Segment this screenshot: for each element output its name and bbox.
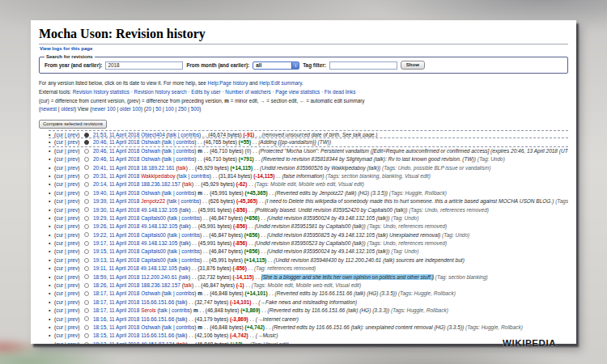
view-logs-link[interactable]: View logs for this page bbox=[40, 46, 568, 51]
user-link[interactable]: 49.148.132.105 bbox=[141, 223, 177, 229]
cur-link[interactable]: cur bbox=[56, 316, 63, 322]
text-link[interactable]: Revision history statistics bbox=[73, 89, 129, 95]
prev-link[interactable]: prev bbox=[68, 324, 79, 330]
user-link[interactable]: Oshwah bbox=[141, 156, 160, 162]
user-talk-contribs-links[interactable]: talk | contribs bbox=[163, 156, 194, 162]
compare-selected-revisions-button[interactable]: Compare selected revisions bbox=[39, 120, 107, 129]
revision-select-radio[interactable] bbox=[84, 316, 89, 321]
revision-select-radio[interactable] bbox=[84, 140, 89, 145]
user-link[interactable]: Capitals00 bbox=[141, 248, 166, 254]
cur-link[interactable]: cur bbox=[56, 181, 63, 187]
cur-link[interactable]: cur bbox=[56, 139, 63, 145]
cur-link[interactable]: cur bbox=[56, 173, 63, 179]
user-link[interactable]: Jenpotz22 bbox=[141, 198, 165, 204]
revision-date-link[interactable]: 20:31, 11 April 2018 bbox=[93, 173, 139, 179]
revision-date-link[interactable]: 18:59, 11 April 2018 bbox=[93, 274, 139, 280]
user-talk-contribs-links[interactable]: talk | contribs bbox=[168, 198, 199, 204]
revision-date-link[interactable]: 19:13, 11 April 2018 bbox=[93, 257, 139, 263]
revision-date-link[interactable]: 19:22, 11 April 2018 bbox=[93, 232, 139, 238]
prev-link[interactable]: prev bbox=[68, 307, 79, 313]
cur-link[interactable]: cur bbox=[56, 165, 63, 171]
revision-date-link[interactable]: 19:29, 11 April 2018 bbox=[93, 215, 139, 221]
cur-link[interactable]: cur bbox=[56, 207, 63, 213]
year-input[interactable] bbox=[105, 61, 183, 70]
prev-link[interactable]: prev bbox=[68, 215, 79, 221]
text-link[interactable]: Number of watchers bbox=[225, 89, 270, 95]
revision-select-radio[interactable] bbox=[84, 249, 89, 254]
user-talk-contribs-links[interactable]: talk | contribs bbox=[159, 307, 190, 313]
revision-date-link[interactable]: 20:46, 11 April 2018 bbox=[93, 139, 139, 145]
user-talk-contribs-links[interactable]: talk bbox=[180, 240, 189, 246]
cur-link[interactable]: cur bbox=[56, 248, 63, 254]
text-link[interactable]: Fix dead links bbox=[325, 89, 356, 95]
prev-link[interactable]: prev bbox=[68, 132, 79, 138]
prev-link[interactable]: prev bbox=[68, 282, 79, 288]
prev-link[interactable]: prev bbox=[68, 274, 79, 280]
revision-date-link[interactable]: 20:46, 11 April 2018 bbox=[93, 156, 139, 162]
cur-link[interactable]: cur bbox=[56, 240, 63, 246]
tag-filter-input[interactable] bbox=[329, 61, 397, 70]
revision-select-radio[interactable] bbox=[84, 241, 89, 246]
user-link[interactable]: 188.236.182.157 bbox=[141, 181, 180, 187]
revision-select-radio[interactable] bbox=[84, 283, 89, 288]
revision-select-radio[interactable] bbox=[84, 291, 89, 296]
user-link[interactable]: Oshwah bbox=[141, 190, 160, 196]
cur-link[interactable]: cur bbox=[56, 341, 63, 344]
user-link[interactable]: 112.200.240.61 bbox=[141, 274, 177, 280]
revision-select-radio[interactable] bbox=[84, 199, 89, 204]
user-link[interactable]: Oshwah bbox=[141, 290, 160, 296]
cur-link[interactable]: cur bbox=[56, 290, 63, 296]
user-link[interactable]: 18.189.22.161 bbox=[141, 165, 175, 171]
user-link[interactable]: 116.66.151.66 bbox=[141, 299, 174, 305]
prev-link[interactable]: prev bbox=[68, 290, 79, 296]
user-link[interactable]: Serols bbox=[141, 307, 155, 313]
cur-link[interactable]: cur bbox=[56, 148, 63, 154]
user-talk-contribs-links[interactable]: talk | contribs bbox=[163, 324, 194, 330]
revision-select-radio[interactable] bbox=[84, 308, 89, 313]
revision-date-link[interactable]: 19:40, 11 April 2018 bbox=[93, 190, 139, 196]
user-link[interactable]: 116.66.151.66 bbox=[141, 332, 174, 338]
revision-date-link[interactable]: 19:17, 11 April 2018 bbox=[93, 240, 139, 246]
revision-date-link[interactable]: 19:39, 11 April 2018 bbox=[93, 198, 139, 204]
user-talk-contribs-links[interactable]: talk bbox=[180, 207, 189, 213]
user-talk-contribs-links[interactable]: talk bbox=[184, 181, 192, 187]
revision-date-link[interactable]: 20:46, 11 April 2018 bbox=[93, 148, 139, 154]
user-link[interactable]: Capitals00 bbox=[141, 232, 166, 238]
user-link[interactable]: Capitals00 bbox=[141, 257, 166, 263]
revision-date-link[interactable]: 19:11, 11 April 2018 bbox=[93, 265, 139, 271]
revision-date-link[interactable]: 18:17, 11 April 2018 bbox=[93, 307, 139, 313]
revision-select-radio[interactable] bbox=[84, 149, 89, 154]
user-talk-contribs-links[interactable]: talk bbox=[180, 223, 189, 229]
revision-select-radio[interactable] bbox=[84, 232, 89, 237]
user-link[interactable]: 188.236.182.157 bbox=[141, 282, 180, 288]
cur-link[interactable]: cur bbox=[56, 324, 63, 330]
revision-date-link[interactable]: 18:15, 11 April 2018 bbox=[93, 332, 139, 338]
prev-link[interactable]: prev bbox=[68, 198, 79, 204]
revision-date-link[interactable]: 21:53, 11 April 2018 bbox=[93, 132, 139, 138]
revision-date-link[interactable]: 20:41, 11 April 2018 bbox=[93, 165, 139, 171]
user-link[interactable]: 49.151.87.174 bbox=[141, 341, 175, 344]
prev-link[interactable]: prev bbox=[68, 165, 79, 171]
text-link[interactable]: oldest bbox=[61, 106, 74, 112]
revision-date-link[interactable]: 19:30, 11 April 2018 bbox=[93, 207, 139, 213]
cur-link[interactable]: cur bbox=[56, 223, 63, 229]
user-talk-contribs-links[interactable]: talk | contribs bbox=[179, 173, 210, 179]
cur-link[interactable]: cur bbox=[56, 332, 63, 338]
user-talk-contribs-links[interactable]: talk bbox=[177, 299, 185, 305]
prev-link[interactable]: prev bbox=[68, 181, 79, 187]
cur-link[interactable]: cur bbox=[56, 274, 63, 280]
prev-link[interactable]: prev bbox=[68, 148, 79, 154]
cur-link[interactable]: cur bbox=[56, 215, 63, 221]
prev-link[interactable]: prev bbox=[68, 173, 79, 179]
user-talk-contribs-links[interactable]: talk | contribs bbox=[163, 139, 194, 145]
text-link[interactable]: older 100 bbox=[120, 106, 141, 112]
revision-select-radio[interactable] bbox=[84, 325, 89, 330]
text-link[interactable]: newest bbox=[40, 106, 57, 112]
user-link[interactable]: Oshwah bbox=[141, 324, 160, 330]
revision-date-link[interactable]: 19:26, 11 April 2018 bbox=[93, 223, 139, 229]
revision-select-radio[interactable] bbox=[84, 191, 89, 196]
prev-link[interactable]: prev bbox=[68, 139, 79, 145]
user-talk-contribs-links[interactable]: talk bbox=[178, 341, 186, 344]
user-link[interactable]: 116.66.151.66 bbox=[141, 316, 174, 322]
user-link[interactable]: 49.148.132.105 bbox=[141, 265, 177, 271]
